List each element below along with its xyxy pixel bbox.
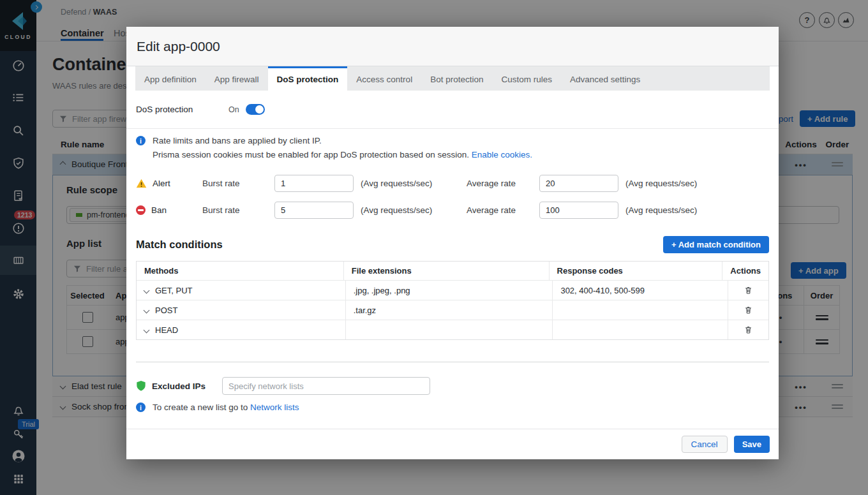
unit-label: (Avg requests/sec) xyxy=(361,205,467,215)
match-conditions-header: Match conditions + Add match condition xyxy=(136,236,769,253)
col-file-extensions: File extensions xyxy=(343,262,549,280)
info-line1: Rate limits and bans are applied by clie… xyxy=(153,136,322,145)
methods-value: GET, PUT xyxy=(155,286,193,295)
match-conditions-heading: Match conditions xyxy=(136,239,223,251)
dos-protection-row: DoS protection On xyxy=(126,91,779,129)
tab-access-control[interactable]: Access control xyxy=(347,66,421,91)
network-lists-note: i To create a new list go to Network lis… xyxy=(126,395,779,412)
save-button[interactable]: Save xyxy=(734,436,770,453)
dos-protection-toggle[interactable] xyxy=(246,104,265,115)
tab-dos-protection[interactable]: DoS protection xyxy=(268,66,348,91)
shield-icon xyxy=(136,380,146,392)
match-table-header: Methods File extensions Response codes A… xyxy=(137,262,768,280)
methods-value: POST xyxy=(155,306,177,315)
rate-rows: Alert Burst rate (Avg requests/sec) Aver… xyxy=(126,170,779,223)
tab-app-definition[interactable]: App definition xyxy=(135,66,206,91)
tab-custom-rules[interactable]: Custom rules xyxy=(492,66,561,91)
tab-advanced-settings[interactable]: Advanced settings xyxy=(561,66,649,91)
excluded-ips-label: Excluded IPs xyxy=(152,381,222,391)
extensions-value xyxy=(345,320,553,339)
excluded-ips-input[interactable] xyxy=(222,377,430,395)
dos-info-note: i Rate limits and bans are applied by cl… xyxy=(126,129,779,159)
ban-rate-row: Ban Burst rate (Avg requests/sec) Averag… xyxy=(126,196,779,223)
unit-label: (Avg requests/sec) xyxy=(625,205,731,215)
alert-label: Alert xyxy=(153,179,170,188)
burst-rate-label: Burst rate xyxy=(202,205,274,215)
info-icon: i xyxy=(136,136,146,145)
section-divider xyxy=(136,362,769,362)
dos-protection-label: DoS protection xyxy=(136,105,228,114)
screen: Defend / WAAS ? Container Host Container… xyxy=(0,0,868,495)
add-match-condition-button[interactable]: + Add match condition xyxy=(663,236,769,253)
match-row: HEAD xyxy=(137,320,768,339)
ban-icon xyxy=(136,205,146,215)
edit-app-modal: Edit app-0000 App definition App firewal… xyxy=(126,27,779,459)
match-row: GET, PUT .jpg, .jpeg, .png 302, 400-410,… xyxy=(137,280,768,300)
tab-app-firewall[interactable]: App firewall xyxy=(206,66,268,91)
codes-value xyxy=(552,320,727,339)
toggle-state-label: On xyxy=(228,105,239,114)
network-lists-text: To create a new list go to xyxy=(153,403,248,412)
extensions-value: .jpg, .jpeg, .png xyxy=(345,281,553,300)
excluded-ips-row: Excluded IPs xyxy=(136,377,769,395)
warning-icon xyxy=(136,179,147,188)
ban-average-input[interactable] xyxy=(539,202,618,219)
col-methods: Methods xyxy=(137,262,343,280)
info-icon: i xyxy=(136,403,146,412)
col-actions: Actions xyxy=(722,262,768,280)
col-response-codes: Response codes xyxy=(549,262,722,280)
ban-burst-input[interactable] xyxy=(274,202,354,219)
chevron-down-icon[interactable] xyxy=(144,287,150,293)
match-conditions-table: Methods File extensions Response codes A… xyxy=(136,261,769,340)
unit-label: (Avg requests/sec) xyxy=(361,179,467,188)
alert-rate-row: Alert Burst rate (Avg requests/sec) Aver… xyxy=(126,170,779,196)
info-line2: Prisma session cookies must be enabled f… xyxy=(153,150,469,159)
codes-value xyxy=(552,300,727,320)
unit-label: (Avg requests/sec) xyxy=(625,179,731,188)
methods-value: HEAD xyxy=(155,325,178,335)
cancel-button[interactable]: Cancel xyxy=(682,436,728,453)
codes-value: 302, 400-410, 500-599 xyxy=(552,281,727,300)
network-lists-link[interactable]: Network lists xyxy=(250,403,299,412)
burst-rate-label: Burst rate xyxy=(202,179,274,188)
delete-row-button[interactable] xyxy=(744,285,753,295)
chevron-down-icon[interactable] xyxy=(144,327,150,333)
average-rate-label: Average rate xyxy=(467,179,539,188)
modal-tab-bar: App definition App firewall DoS protecti… xyxy=(135,66,770,91)
alert-average-input[interactable] xyxy=(539,175,618,192)
delete-row-button[interactable] xyxy=(744,325,753,335)
enable-cookies-link[interactable]: Enable cookies. xyxy=(472,150,532,159)
modal-footer: Cancel Save xyxy=(126,429,779,459)
modal-title: Edit app-0000 xyxy=(126,27,779,66)
extensions-value: .tar.gz xyxy=(345,300,553,320)
match-row: POST .tar.gz xyxy=(137,300,768,320)
tab-bot-protection[interactable]: Bot protection xyxy=(421,66,492,91)
chevron-down-icon[interactable] xyxy=(144,307,150,313)
average-rate-label: Average rate xyxy=(467,205,539,215)
ban-label: Ban xyxy=(151,205,167,215)
delete-row-button[interactable] xyxy=(744,305,753,315)
alert-burst-input[interactable] xyxy=(274,175,354,192)
